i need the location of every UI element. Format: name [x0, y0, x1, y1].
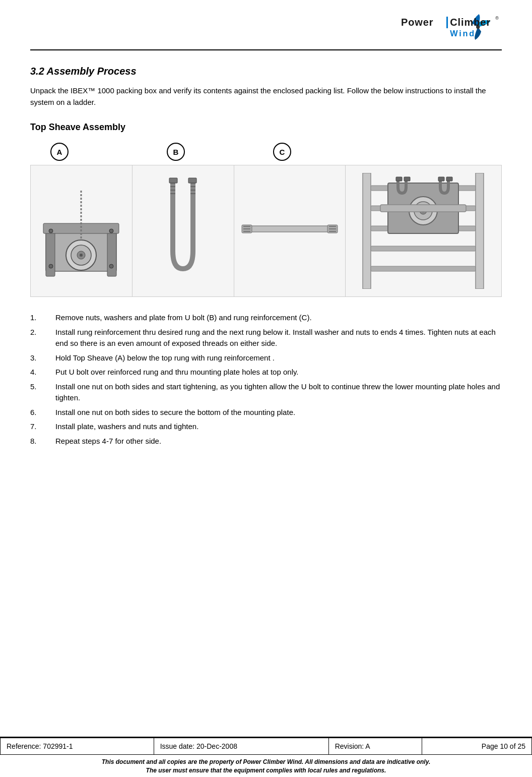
instruction-item-3: 3. Hold Top Sheave (A) below the top run… — [30, 352, 502, 364]
footer-issue-date: Issue date: 20-Dec-2008 — [154, 738, 328, 755]
instruction-text-7: Install plate, washers and nuts and tigh… — [55, 421, 502, 433]
svg-rect-50 — [396, 177, 402, 181]
subsection-title: Top Sheave Assembly — [30, 122, 502, 133]
mounted-illustration — [353, 173, 494, 289]
instruction-text-1: Remove nuts, washers and plate from U bo… — [55, 312, 502, 324]
svg-rect-28 — [188, 178, 196, 183]
footer-revision: Revision: A — [328, 738, 422, 755]
header: Power | Climber ® Wind — [0, 0, 532, 44]
footer-note-line2: The user must ensure that the equipment … — [0, 766, 532, 775]
label-a: A — [50, 143, 69, 161]
instruction-text-5: Install one nut on both sides and start … — [55, 381, 502, 404]
svg-rect-29 — [244, 226, 335, 232]
svg-point-13 — [80, 254, 83, 257]
svg-rect-53 — [446, 177, 452, 181]
main-content: 3.2 Assembly Process Unpack the IBEX™ 10… — [0, 50, 532, 737]
image-cell-mounted — [346, 165, 501, 296]
instruction-item-8: 8. Repeat steps 4-7 for other side. — [30, 436, 502, 447]
instruction-item-1: 1. Remove nuts, washers and plate from U… — [30, 312, 502, 324]
footer: Reference: 702991-1 Issue date: 20-Dec-2… — [0, 737, 532, 777]
logo-container: Power | Climber ® Wind — [401, 9, 502, 44]
instruction-item-7: 7. Install plate, washers and nuts and t… — [30, 421, 502, 433]
instruction-text-8: Repeat steps 4-7 for other side. — [55, 436, 502, 447]
instruction-num-7: 7. — [30, 421, 55, 433]
svg-text:|: | — [445, 15, 449, 28]
instruction-text-2: Install rung reinforcement thru desired … — [55, 327, 502, 349]
svg-rect-38 — [363, 173, 371, 289]
svg-rect-54 — [380, 205, 466, 212]
instruction-num-3: 3. — [30, 352, 55, 364]
image-cell-a — [31, 165, 132, 296]
instruction-text-3: Hold Top Sheave (A) below the top rung w… — [55, 352, 502, 364]
instruction-item-6: 6. Install one nut on both sides to secu… — [30, 407, 502, 419]
svg-point-14 — [49, 229, 53, 233]
footer-note: This document and all copies are the pro… — [0, 755, 532, 777]
footer-reference: Reference: 702991-1 — [1, 738, 154, 755]
svg-rect-44 — [371, 266, 476, 271]
svg-rect-27 — [169, 178, 177, 183]
image-labels-row: A B C — [30, 143, 502, 161]
instruction-num-8: 8. — [30, 436, 55, 447]
instruction-item-5: 5. Install one nut on both sides and sta… — [30, 381, 502, 404]
instruction-text-6: Install one nut on both sides to secure … — [55, 407, 502, 419]
footer-page: Page 10 of 25 — [422, 738, 531, 755]
logo-image: Power | Climber ® Wind — [401, 9, 502, 44]
intro-text: Unpack the IBEX™ 1000 packing box and ve… — [30, 85, 502, 108]
svg-rect-39 — [476, 173, 484, 289]
page-wrapper: Power | Climber ® Wind 3.2 Assembly Proc… — [0, 0, 532, 777]
image-cell-b — [132, 165, 234, 296]
instruction-item-2: 2. Install rung reinforcement thru desir… — [30, 327, 502, 349]
section-title: 3.2 Assembly Process — [30, 66, 502, 77]
u-bolt-illustration — [155, 175, 211, 286]
svg-point-17 — [109, 264, 113, 268]
svg-point-15 — [109, 229, 113, 233]
instruction-num-2: 2. — [30, 327, 55, 349]
footer-note-line1: This document and all copies are the pro… — [0, 758, 532, 766]
svg-text:Wind: Wind — [450, 29, 476, 38]
images-row — [30, 165, 502, 297]
svg-point-16 — [49, 264, 53, 268]
image-cell-bc — [234, 165, 346, 296]
svg-text:Power: Power — [401, 17, 434, 28]
label-b: B — [167, 143, 185, 161]
footer-table: Reference: 702991-1 Issue date: 20-Dec-2… — [0, 738, 532, 755]
instruction-num-1: 1. — [30, 312, 55, 324]
rod-illustration — [239, 211, 340, 251]
svg-rect-43 — [371, 246, 476, 251]
label-c: C — [273, 143, 291, 161]
svg-text:Climber: Climber — [450, 17, 491, 28]
instruction-text-4: Put U bolt over reinforced rung and thru… — [55, 367, 502, 378]
images-area: A B C — [30, 143, 502, 297]
svg-rect-51 — [404, 177, 410, 181]
svg-text:®: ® — [495, 16, 499, 21]
svg-rect-52 — [438, 177, 444, 181]
instruction-num-5: 5. — [30, 381, 55, 404]
instruction-item-4: 4. Put U bolt over reinforced rung and t… — [30, 367, 502, 378]
svg-rect-9 — [43, 223, 119, 233]
instruction-num-4: 4. — [30, 367, 55, 378]
instruction-num-6: 6. — [30, 407, 55, 419]
instructions-list: 1. Remove nuts, washers and plate from U… — [30, 312, 502, 447]
sheave-assembly-illustration — [41, 181, 121, 281]
